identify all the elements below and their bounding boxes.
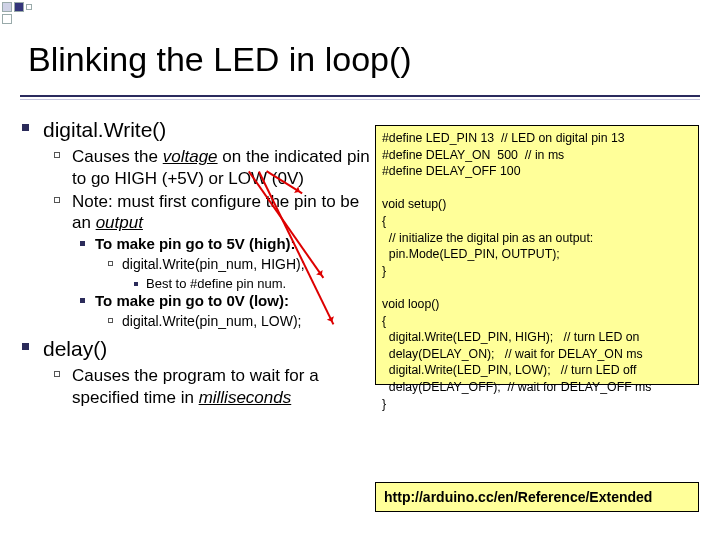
bullet-content: digital.Write() Causes the voltage on th…: [22, 115, 372, 410]
code-snippet: #define LED_PIN 13 // LED on digital pin…: [375, 125, 699, 385]
lvl3-low: To make pin go to 0V (low):: [95, 292, 289, 311]
bullet-tiny-hollow-icon: [108, 318, 113, 323]
lvl1-digitalwrite: digital.Write(): [43, 117, 166, 143]
bullet-hollow-icon: [54, 371, 60, 377]
lvl4-write-high: digital.Write(pin_num, HIGH);: [122, 256, 305, 274]
lvl2-voltage: Causes the voltage on the indicated pin …: [72, 146, 372, 189]
lvl1-delay: delay(): [43, 336, 107, 362]
lvl2-ms: Causes the program to wait for a specifi…: [72, 365, 372, 408]
lvl4-write-low: digital.Write(pin_num, LOW);: [122, 313, 301, 331]
bullet-icon: [22, 343, 29, 350]
reference-link: http://arduino.cc/en/Reference/Extended: [375, 482, 699, 512]
lvl5-define: Best to #define pin num.: [146, 276, 286, 292]
title-underline-thin: [20, 99, 700, 100]
bullet-small-icon: [80, 298, 85, 303]
bullet-hollow-icon: [54, 152, 60, 158]
title-underline: [20, 95, 700, 97]
bullet-icon: [22, 124, 29, 131]
bullet-tiny-hollow-icon: [108, 261, 113, 266]
bullet-mini-icon: [134, 282, 138, 286]
corner-decor: [2, 2, 72, 24]
bullet-hollow-icon: [54, 197, 60, 203]
lvl2-output: Note: must first configure the pin to be…: [72, 191, 372, 234]
lvl3-high: To make pin go to 5V (high):: [95, 235, 296, 254]
bullet-small-icon: [80, 241, 85, 246]
slide-title: Blinking the LED in loop(): [28, 40, 412, 79]
